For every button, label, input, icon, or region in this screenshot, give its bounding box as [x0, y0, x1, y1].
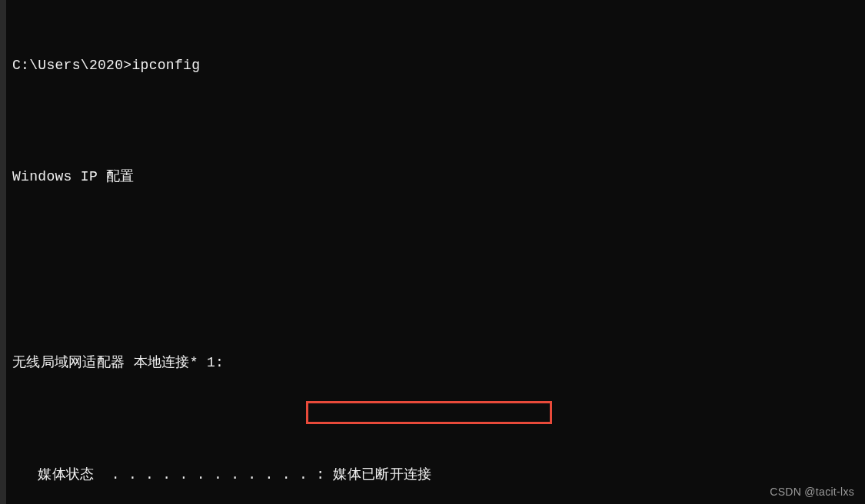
blank-line: [12, 111, 853, 130]
prompt-line: C:\Users\2020>ipconfig: [12, 56, 853, 75]
adapter1-media: 媒体状态 . . . . . . . . . . . . : 媒体已断开连接: [12, 466, 853, 484]
watermark-text: CSDN @tacit-lxs: [770, 486, 854, 498]
ipconfig-header: Windows IP 配置: [12, 167, 853, 186]
blank-line: [12, 410, 853, 428]
blank-line: [12, 280, 853, 298]
adapter1-title: 无线局域网适配器 本地连接* 1:: [12, 353, 853, 372]
blank-line: [12, 224, 853, 242]
window-left-bar: [0, 0, 6, 504]
terminal-output: C:\Users\2020>ipconfig Windows IP 配置 无线局…: [0, 0, 865, 504]
